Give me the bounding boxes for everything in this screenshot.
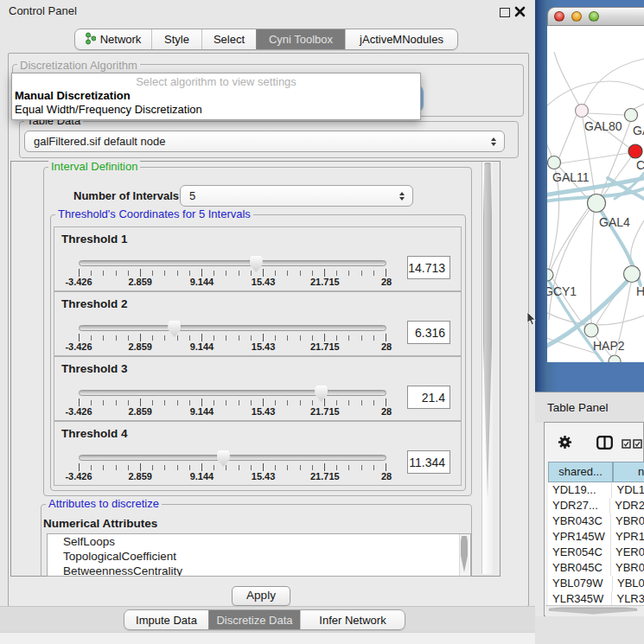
table-row[interactable]: YLR345WYLR3 bbox=[548, 591, 644, 605]
node-label: GAL4 bbox=[599, 215, 630, 229]
combo-arrows-icon bbox=[399, 192, 405, 201]
table-row[interactable]: YBR045CYBR0 bbox=[548, 560, 644, 576]
window-close-icon[interactable] bbox=[554, 11, 564, 22]
tab-network-label: Network bbox=[100, 33, 142, 46]
node-label: HAP2 bbox=[593, 339, 625, 353]
panel-title: Control Panel bbox=[9, 4, 77, 17]
table-data-value: galFiltered.sif default node bbox=[34, 135, 165, 148]
cyni-mode-tabbar: Impute Data Discretize Data Infer Networ… bbox=[124, 609, 405, 630]
table-row[interactable]: YBL079WYBL0 bbox=[548, 576, 644, 591]
thresholds-group-title: Threshold's Coordinates for 5 Intervals bbox=[55, 208, 253, 220]
select-all-checkbox-icon[interactable] bbox=[622, 438, 631, 451]
mouse-cursor bbox=[526, 312, 537, 329]
list-item[interactable]: TopologicalCoefficient bbox=[48, 549, 470, 564]
threshold-2-panel: Threshold 2 -3.426 2.859 9.144 15.43 21.… bbox=[54, 291, 462, 356]
node-label: C bbox=[636, 158, 644, 172]
close-panel-icon[interactable] bbox=[514, 6, 526, 20]
dropdown-option-equal-width[interactable]: Equal Width/Frequency Discretization bbox=[15, 103, 202, 116]
network-node[interactable] bbox=[609, 355, 621, 362]
table-panel-header: Table Panel bbox=[535, 392, 644, 423]
list-item[interactable]: BetweennessCentrality bbox=[48, 564, 470, 577]
slider-minor-ticks bbox=[79, 465, 386, 470]
threshold-1-panel: Threshold 1 -3.426 2.859 9.144 15.43 21.… bbox=[54, 226, 462, 291]
network-icon bbox=[86, 32, 96, 48]
table-horizontal-scrollbar[interactable] bbox=[545, 605, 644, 616]
threshold-4-panel: Threshold 4 -3.426 2.859 9.144 15.43 21.… bbox=[54, 421, 462, 486]
table-row[interactable]: YDL19...YDL1 bbox=[548, 482, 644, 498]
list-item[interactable]: SelfLoops bbox=[48, 534, 470, 549]
threshold-1-slider[interactable] bbox=[79, 260, 386, 266]
tab-jactivemnodules[interactable]: jActiveMNodules bbox=[345, 29, 457, 49]
threshold-2-label: Threshold 2 bbox=[61, 297, 128, 310]
node-label: GA bbox=[633, 124, 644, 137]
tab-network[interactable]: Network bbox=[75, 29, 151, 49]
gear-icon[interactable] bbox=[558, 435, 572, 452]
network-node-selected[interactable] bbox=[628, 144, 642, 158]
bottom-filler-strip bbox=[0, 632, 535, 644]
number-of-intervals-combobox[interactable]: 5 bbox=[180, 185, 413, 207]
threshold-4-value-field[interactable]: 11.344 bbox=[407, 450, 450, 474]
network-node[interactable] bbox=[548, 156, 561, 169]
threshold-4-label: Threshold 4 bbox=[61, 427, 128, 440]
tab-select[interactable]: Select bbox=[201, 29, 256, 49]
tab-impute-data[interactable]: Impute Data bbox=[124, 610, 208, 629]
settings-scrollbar-thumb[interactable] bbox=[483, 163, 492, 498]
column-header-shared-name[interactable]: shared... bbox=[548, 462, 613, 482]
combo-arrows-icon bbox=[491, 137, 496, 146]
table-row[interactable]: YBR043CYBR0 bbox=[548, 513, 644, 529]
node-label: GCY1 bbox=[547, 284, 577, 298]
numerical-attributes-label: Numerical Attributes bbox=[43, 517, 157, 530]
dropdown-option-manual[interactable]: Manual Discretization bbox=[15, 89, 131, 102]
table-data-combobox[interactable]: galFiltered.sif default node bbox=[24, 131, 505, 152]
numerical-attributes-list[interactable]: SelfLoops TopologicalCoefficient Between… bbox=[47, 533, 471, 577]
slider-scale-labels: -3.426 2.859 9.144 15.43 21.715 28 bbox=[79, 341, 386, 353]
number-of-intervals-label: Number of Intervals bbox=[73, 189, 179, 202]
network-node[interactable] bbox=[625, 109, 638, 122]
node-table[interactable]: YDL19...YDL1 YDR27...YDR2 YBR043CYBR0 YP… bbox=[548, 482, 644, 605]
network-view-canvas[interactable]: GAL80 GA C GAL11 GAL4 GCY1 H HAP2 bbox=[547, 26, 644, 362]
tab-style[interactable]: Style bbox=[151, 29, 201, 49]
tab-cyni-toolbox[interactable]: Cyni Toolbox bbox=[256, 29, 345, 49]
settings-scrollbar[interactable] bbox=[481, 162, 493, 574]
tab-discretize-data[interactable]: Discretize Data bbox=[208, 610, 300, 629]
network-node[interactable] bbox=[584, 323, 598, 337]
window-minimize-icon[interactable] bbox=[571, 11, 582, 22]
threshold-4-slider[interactable] bbox=[79, 455, 386, 461]
apply-button[interactable]: Apply bbox=[232, 586, 290, 606]
threshold-3-panel: Threshold 3 -3.426 2.859 9.144 15.43 21.… bbox=[54, 356, 462, 421]
tab-infer-network[interactable]: Infer Network bbox=[300, 610, 405, 629]
toolbox-tabbar: Network Style Select Cyni Toolbox jActiv… bbox=[74, 29, 458, 50]
slider-scale-labels: -3.426 2.859 9.144 15.43 21.715 28 bbox=[79, 406, 386, 418]
threshold-3-slider[interactable] bbox=[79, 390, 386, 396]
table-hscrollbar-thumb[interactable] bbox=[549, 608, 637, 615]
threshold-1-label: Threshold 1 bbox=[61, 233, 128, 245]
threshold-2-value-field[interactable]: 6.316 bbox=[407, 321, 450, 344]
table-panel: shared... na YDL19...YDL1 YDR27...YDR2 Y… bbox=[544, 422, 644, 616]
number-of-intervals-value: 5 bbox=[189, 189, 195, 202]
float-panel-icon[interactable] bbox=[500, 8, 510, 17]
table-header-row: shared... na bbox=[548, 462, 644, 482]
network-node[interactable] bbox=[624, 266, 641, 283]
network-node[interactable] bbox=[547, 269, 553, 281]
select-none-checkbox-icon[interactable] bbox=[633, 438, 642, 451]
table-row[interactable]: YDR27...YDR2 bbox=[548, 498, 644, 513]
network-node[interactable] bbox=[576, 105, 589, 118]
table-columns-icon[interactable] bbox=[596, 436, 613, 452]
algorithm-dropdown-popup: Select algorithm to view settings Manual… bbox=[11, 73, 421, 120]
node-label: GAL11 bbox=[552, 170, 590, 184]
column-header-name[interactable]: na bbox=[613, 462, 644, 482]
table-row[interactable]: YPR145WYPR1 bbox=[548, 529, 644, 545]
network-node[interactable] bbox=[588, 194, 606, 213]
table-row[interactable]: YER054CYER0 bbox=[548, 545, 644, 560]
threshold-3-value-field[interactable]: 21.4 bbox=[407, 386, 450, 409]
threshold-1-value-field[interactable]: 14.713 bbox=[407, 256, 450, 279]
threshold-2-slider[interactable] bbox=[79, 325, 386, 331]
slider-scale-labels: -3.426 2.859 9.144 15.43 21.715 28 bbox=[79, 471, 386, 482]
window-zoom-icon[interactable] bbox=[589, 11, 599, 22]
dropdown-hint: Select algorithm to view settings bbox=[12, 75, 420, 88]
attributes-group-title: Attributes to discretize bbox=[46, 498, 162, 509]
list-scrollbar[interactable] bbox=[459, 534, 469, 576]
node-label: H bbox=[636, 284, 644, 298]
table-panel-title: Table Panel bbox=[547, 401, 609, 414]
app-root: Control Panel Network Style Select Cyni … bbox=[0, 0, 644, 644]
